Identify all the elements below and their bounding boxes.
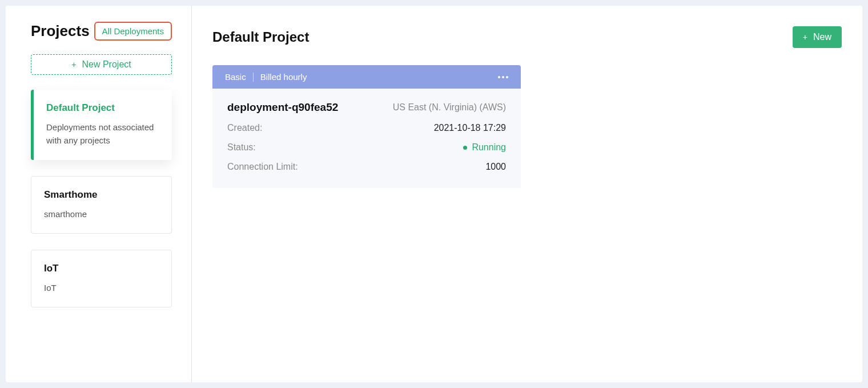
project-desc: Deployments not associated with any proj… xyxy=(46,121,159,147)
sidebar: Projects All Deployments + New Project D… xyxy=(6,6,192,382)
deployment-tier: Basic xyxy=(225,72,246,82)
all-deployments-button[interactable]: All Deployments xyxy=(94,22,172,41)
status-dot-icon xyxy=(463,146,467,150)
new-project-label: New Project xyxy=(82,59,131,70)
new-button-label: New xyxy=(813,32,831,42)
deployment-region: US East (N. Virginia) (AWS) xyxy=(393,102,506,113)
plus-icon: + xyxy=(803,33,807,41)
plus-icon: + xyxy=(71,61,76,69)
status-label: Status: xyxy=(227,142,256,153)
deployment-header-left: Basic Billed hourly xyxy=(225,72,307,82)
created-value: 2021-10-18 17:29 xyxy=(434,123,506,133)
project-card-default[interactable]: Default Project Deployments not associat… xyxy=(31,90,172,160)
deployment-billing: Billed hourly xyxy=(260,72,307,82)
connection-limit-value: 1000 xyxy=(485,162,506,172)
project-name: Smarthome xyxy=(44,189,159,201)
main-content: Default Project + New Basic Billed hourl… xyxy=(192,6,862,382)
more-icon[interactable] xyxy=(498,76,508,78)
status-value: Running xyxy=(472,142,506,153)
project-card-smarthome[interactable]: Smarthome smarthome xyxy=(31,176,172,234)
created-label: Created: xyxy=(227,123,262,133)
new-project-button[interactable]: + New Project xyxy=(31,54,172,75)
divider xyxy=(253,73,254,82)
status-badge: Running xyxy=(463,142,506,153)
project-name: IoT xyxy=(44,263,159,274)
deployment-name: deployment-q90fea52 xyxy=(227,101,338,114)
new-deployment-button[interactable]: + New xyxy=(793,26,842,48)
deployment-card-header: Basic Billed hourly xyxy=(212,65,521,89)
sidebar-header: Projects All Deployments xyxy=(31,22,172,41)
project-desc: smarthome xyxy=(44,207,159,221)
main-header: Default Project + New xyxy=(212,26,842,48)
project-name: Default Project xyxy=(46,102,159,114)
project-card-iot[interactable]: IoT IoT xyxy=(31,250,172,307)
deployment-card[interactable]: Basic Billed hourly deployment-q90fea52 … xyxy=(212,65,521,188)
project-desc: IoT xyxy=(44,281,159,294)
page-title: Default Project xyxy=(212,29,309,45)
deployment-card-body: deployment-q90fea52 US East (N. Virginia… xyxy=(212,89,521,188)
projects-title: Projects xyxy=(31,22,90,40)
connection-limit-label: Connection Limit: xyxy=(227,162,298,172)
